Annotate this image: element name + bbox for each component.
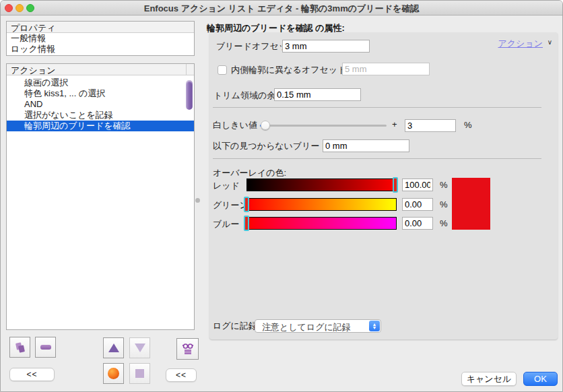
- list-item[interactable]: 一般情報: [7, 33, 194, 44]
- overlay-color-swatch: [452, 178, 490, 230]
- move-down-button[interactable]: [129, 337, 150, 358]
- properties-panel: プロパティ 一般情報ロック情報: [6, 21, 195, 56]
- collapse-left-button[interactable]: <<: [9, 368, 55, 381]
- dropdown-stepper-icon: ▲▼: [369, 321, 380, 331]
- list-item[interactable]: 特色 kiss1, ... の選択: [7, 88, 194, 99]
- check-profile-button[interactable]: [176, 338, 199, 360]
- channel-value-input[interactable]: [402, 217, 433, 230]
- splitter-handle-icon[interactable]: [195, 198, 200, 203]
- slider-thumb[interactable]: [261, 121, 270, 130]
- slider-plus-label: +: [392, 119, 397, 130]
- orange-ball-icon: [108, 368, 119, 379]
- stop-button[interactable]: [129, 363, 150, 384]
- overlay-channel-row: レッド%: [209, 178, 558, 191]
- channel-value-input[interactable]: [402, 198, 433, 211]
- glasses-icon: [181, 342, 195, 356]
- list-item[interactable]: ロック情報: [7, 44, 194, 55]
- properties-list: 一般情報ロック情報: [7, 33, 194, 55]
- inner-offset-checkbox[interactable]: [218, 65, 227, 75]
- channel-label: レッド: [213, 180, 240, 192]
- ok-button[interactable]: OK: [523, 372, 558, 386]
- enfocus-action-list-editor-window: Enfocus アクション リスト エディタ - 輪郭の3mmのブリードを確認 …: [0, 0, 563, 392]
- duplicate-icon: [14, 341, 26, 354]
- square-icon: [135, 369, 144, 378]
- chevron-down-icon[interactable]: ∨: [548, 38, 552, 46]
- header-divider: [186, 64, 187, 75]
- collapse-right-button[interactable]: <<: [166, 368, 197, 382]
- overlay-channel-row: ブルー%: [209, 217, 558, 230]
- separator: [213, 158, 541, 159]
- properties-header: プロパティ: [7, 22, 194, 33]
- channel-slider-handle[interactable]: [244, 216, 249, 231]
- minus-icon: [40, 345, 51, 350]
- channel-unit: %: [440, 199, 448, 209]
- actions-link[interactable]: アクション: [498, 38, 543, 50]
- separator: [213, 107, 541, 108]
- log-label: ログに記録: [213, 321, 257, 331]
- trim-margin-input[interactable]: [274, 88, 361, 101]
- move-up-button[interactable]: [103, 337, 124, 358]
- triangle-up-icon: [108, 344, 119, 352]
- slider-minus-label: -: [254, 119, 257, 130]
- overlay-color-label: オーバーレイの色:: [213, 168, 286, 178]
- attributes-panel: アクション ∨ ブリードオフセット: 内側輪郭に異なるオフセットを使用: トリム…: [209, 32, 558, 339]
- channel-slider-handle[interactable]: [244, 197, 249, 212]
- actions-panel: アクション 線画の選択特色 kiss1, ... の選択AND選択がないことを記…: [6, 63, 195, 330]
- channel-gradient-bar[interactable]: [246, 217, 397, 230]
- scrollbar-thumb[interactable]: [186, 80, 193, 110]
- channel-value-input[interactable]: [402, 178, 433, 191]
- inner-offset-input: [342, 63, 430, 75]
- remove-action-button[interactable]: [35, 337, 56, 358]
- white-threshold-input[interactable]: [405, 119, 456, 132]
- actions-header: アクション: [7, 64, 194, 75]
- white-threshold-slider[interactable]: [260, 125, 387, 127]
- bleed-offset-input[interactable]: [282, 40, 370, 53]
- record-button[interactable]: [103, 363, 124, 384]
- list-item[interactable]: 線画の選択: [7, 77, 194, 88]
- list-item[interactable]: AND: [7, 99, 194, 110]
- channel-gradient-bar[interactable]: [246, 178, 397, 191]
- log-dropdown[interactable]: 注意としてログに記録 ▲▼: [255, 319, 381, 333]
- duplicate-action-button[interactable]: [9, 337, 30, 358]
- channel-slider-handle[interactable]: [393, 177, 398, 193]
- cancel-button[interactable]: キャンセル: [461, 372, 517, 386]
- log-dropdown-value: 注意としてログに記録: [262, 321, 351, 333]
- window-title: Enfocus アクション リスト エディタ - 輪郭の3mmのブリードを確認: [1, 3, 562, 15]
- ignore-bleed-input[interactable]: [323, 139, 409, 152]
- channel-unit: %: [440, 218, 448, 228]
- channel-gradient-bar[interactable]: [246, 198, 397, 211]
- white-threshold-unit: %: [464, 120, 472, 131]
- overlay-channel-row: グリーン%: [209, 198, 558, 211]
- channel-unit: %: [440, 180, 448, 190]
- list-item[interactable]: 輪郭周辺のブリードを確認: [7, 121, 194, 131]
- white-threshold-label: 白しきい値: [213, 120, 257, 131]
- title-bar[interactable]: Enfocus アクション リスト エディタ - 輪郭の3mmのブリードを確認: [1, 1, 562, 15]
- channel-label: グリーン: [213, 199, 249, 211]
- triangle-down-icon: [135, 344, 145, 352]
- list-item[interactable]: 選択がないことを記録: [7, 110, 194, 121]
- actions-list: 線画の選択特色 kiss1, ... の選択AND選択がないことを記録輪郭周辺の…: [7, 75, 194, 131]
- channel-label: ブルー: [213, 218, 240, 230]
